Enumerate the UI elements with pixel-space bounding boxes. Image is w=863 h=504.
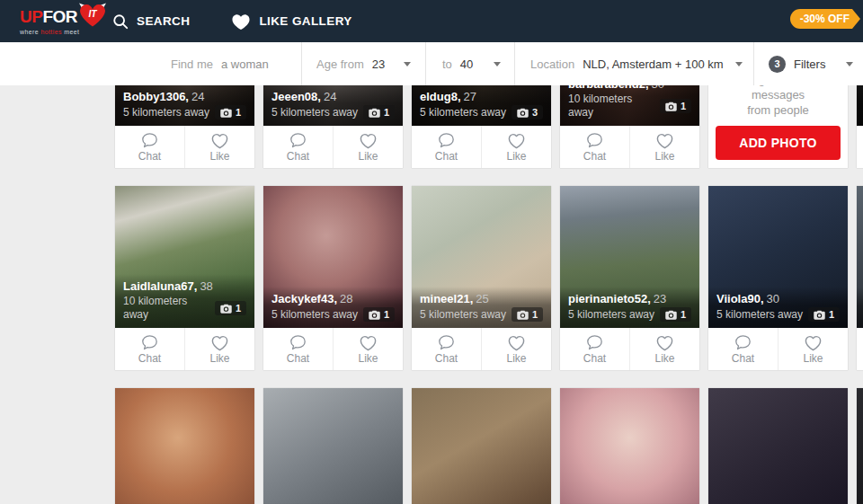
card-actions: Chat Like: [857, 328, 863, 370]
chat-button[interactable]: Chat: [560, 126, 630, 168]
age-to-label: to: [442, 57, 452, 71]
profile-age: 27: [464, 90, 476, 103]
like-button[interactable]: Like: [482, 328, 551, 370]
chat-button[interactable]: Chat: [263, 328, 334, 370]
profile-name: Bobby1306,: [123, 90, 189, 103]
location-value: NLD, Amsterdam + 100 km: [583, 57, 723, 71]
chat-button[interactable]: Chat: [708, 328, 778, 370]
age-to-dropdown[interactable]: to 40: [442, 42, 501, 85]
profile-age: 30: [652, 85, 664, 91]
profile-photo[interactable]: Laidlaluna67,38 10 kilometers away 1: [115, 186, 254, 328]
filter-divider: [514, 42, 515, 85]
filters-dropdown[interactable]: 3 Filters: [769, 42, 853, 85]
profile-info-plate: Laidlaluna67,38 10 kilometers away 1: [115, 274, 254, 328]
like-button[interactable]: Like: [630, 328, 699, 370]
like-button[interactable]: Like: [778, 328, 848, 370]
like-button[interactable]: Like: [482, 126, 551, 168]
age-from-dropdown[interactable]: Age from 23: [316, 42, 411, 85]
promo-text: and get x5 more messages from people: [712, 85, 844, 118]
like-button[interactable]: Like: [185, 126, 254, 168]
heart-outline-icon: [209, 131, 230, 150]
chat-button[interactable]: Chat: [115, 126, 185, 168]
chat-button[interactable]: Chat: [857, 126, 863, 168]
filter-bar: Find me a woman Age from 23 to 40 Locati…: [0, 42, 863, 85]
profile-card: Bobby1306,24 5 kilometers away 1 Chat Li…: [115, 85, 254, 168]
like-button[interactable]: Like: [334, 328, 403, 370]
profile-photo[interactable]: grea10,27: [708, 388, 848, 504]
profile-info-plate: Jackykef43,28 5 kilometers away 1: [263, 287, 403, 328]
profile-distance: 5 kilometers away: [271, 106, 358, 119]
profile-photo[interactable]: maisiebekk59,24: [412, 388, 551, 504]
profile-photo[interactable]: nerwanerw86,25: [115, 388, 254, 504]
promo-text-line1: and get x5 more messages: [712, 85, 844, 102]
chat-button[interactable]: Chat: [560, 328, 630, 370]
age-from-label: Age from: [316, 57, 364, 71]
profile-name: Jeeen08,: [271, 90, 321, 103]
card-actions: Chat Like: [412, 328, 551, 370]
camera-icon: [665, 102, 677, 111]
chat-label: Chat: [435, 353, 458, 365]
nav-search[interactable]: SEARCH: [112, 13, 190, 30]
chat-button[interactable]: Chat: [412, 126, 482, 168]
card-actions: Chat Like: [560, 328, 699, 370]
heart-outline-icon: [803, 333, 823, 352]
profile-age: 25: [476, 292, 488, 305]
profile-distance: 5 kilometers away: [420, 106, 506, 119]
like-label: Like: [506, 151, 526, 163]
profile-info-plate: mineel21,25 5 kilometers away 1: [412, 287, 551, 328]
card-actions: Chat Like: [708, 328, 848, 370]
nav-like-gallery[interactable]: LIKE GALLERY: [231, 13, 351, 31]
camera-icon: [517, 310, 529, 320]
site-logo[interactable]: UPFOR IT where hotties meet: [20, 4, 110, 35]
profile-info-plate: Jeeen08,24 5 kilometers away 1: [263, 85, 403, 126]
profile-photo[interactable]: carolakarz5,24: [263, 388, 403, 504]
like-label: Like: [803, 353, 823, 365]
photo-count-value: 1: [532, 309, 538, 320]
profile-photo[interactable]: P B: [857, 85, 863, 126]
chat-button[interactable]: Chat: [263, 126, 334, 168]
profile-photo[interactable]: Bobby1306,24 5 kilometers away 1: [115, 85, 254, 126]
profile-photo[interactable]: kimb52,27: [560, 388, 699, 504]
like-button[interactable]: Like: [630, 126, 699, 168]
profile-photo[interactable]: Jackykef43,28 5 kilometers away 1: [263, 186, 403, 328]
like-button[interactable]: Like: [185, 328, 254, 370]
heart-outline-icon: [506, 131, 527, 150]
add-photo-button[interactable]: ADD PHOTO: [716, 126, 841, 160]
photo-count-value: 1: [681, 101, 686, 111]
location-dropdown[interactable]: Location NLD, Amsterdam + 100 km: [530, 42, 743, 85]
chat-icon: [436, 333, 457, 352]
like-button[interactable]: Like: [334, 126, 403, 168]
age-from-value: 23: [372, 57, 385, 71]
card-actions: Chat Like: [263, 328, 403, 370]
profile-photo[interactable]: barbarabend2,30 10 kilometers away 1: [560, 85, 699, 126]
photo-count-badge: 1: [363, 307, 395, 322]
heart-outline-icon: [358, 333, 378, 352]
chat-button[interactable]: Chat: [857, 328, 863, 370]
card-actions: Chat Like: [857, 126, 863, 168]
chat-button[interactable]: Chat: [412, 328, 482, 370]
profile-photo[interactable]: Viiola90,30 5 kilometers away 1: [708, 186, 848, 328]
chevron-down-icon: [494, 62, 501, 66]
find-me-dropdown[interactable]: Find me a woman: [171, 42, 269, 85]
profile-card: maisiebekk59,24 Chat Like: [412, 388, 551, 504]
profile-photo[interactable]: pierinanieto52,23 5 kilometers away 1: [560, 186, 699, 328]
chat-icon: [584, 333, 605, 352]
chat-button[interactable]: Chat: [115, 328, 185, 370]
find-me-value: a woman: [221, 57, 269, 71]
photo-count-badge: 1: [512, 307, 543, 322]
photo-count-badge: 3: [512, 105, 543, 119]
profile-photo[interactable]: Jeeen08,24 5 kilometers away 1: [263, 85, 403, 126]
discount-badge[interactable]: -30% OFF: [790, 9, 852, 29]
profile-info-plate: barbarabend2,30 10 kilometers away 1: [560, 85, 699, 126]
profile-photo[interactable]: mineel21,25 5 kilometers away 1: [412, 186, 551, 328]
filters-label: Filters: [794, 57, 825, 71]
profile-photo[interactable]: [857, 388, 863, 504]
profile-photo[interactable]: L 1: [857, 186, 863, 328]
profile-photo[interactable]: eldug8,27 5 kilometers away 3: [412, 85, 551, 126]
profile-card: L 1 Chat Like: [857, 186, 863, 370]
card-actions: Chat Like: [412, 126, 551, 168]
profile-card: Chat Like: [857, 388, 863, 504]
heart-outline-icon: [506, 333, 527, 352]
profile-info-plate: eldug8,27 5 kilometers away 3: [412, 85, 551, 126]
photo-count-badge: 1: [660, 307, 691, 322]
